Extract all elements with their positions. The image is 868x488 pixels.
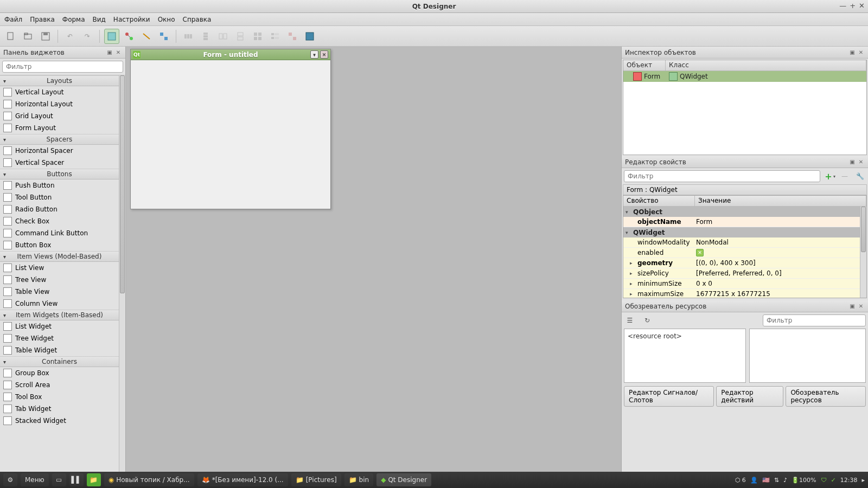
new-form-button[interactable] [3, 29, 18, 44]
configure-button[interactable]: 🔧 [854, 170, 866, 182]
object-row-form[interactable]: Form QWidget [623, 71, 866, 82]
add-dynamic-prop-button[interactable]: ＋▾ [824, 170, 835, 182]
mdi-area[interactable]: Qt Form - untitled ▾ ✕ [126, 47, 621, 472]
keyboard-layout[interactable]: 🇺🇸 [762, 477, 770, 484]
menu-window[interactable]: Окно [158, 16, 175, 23]
widget-item[interactable]: Horizontal Spacer [0, 145, 119, 157]
show-desktop-button[interactable]: ▭ [52, 473, 66, 486]
widget-item[interactable]: Push Button [0, 179, 119, 191]
terminal-launcher[interactable]: ▌▌ [69, 473, 84, 486]
property-row[interactable]: ▸sizePolicy[Preferred, Preferred, 0, 0] [623, 268, 860, 279]
widget-item[interactable]: Button Box [0, 239, 119, 251]
widget-item[interactable]: Horizontal Layout [0, 98, 119, 110]
category-header[interactable]: ▾Item Views (Model-Based) [0, 251, 119, 262]
checkbox-icon[interactable]: ✕ [696, 249, 704, 256]
update-icon[interactable]: ✓ [831, 477, 836, 484]
property-group[interactable]: ▾QObject [623, 207, 860, 217]
widget-item[interactable]: Form Layout [0, 122, 119, 134]
layout-horiz-split-button[interactable] [215, 29, 231, 44]
battery-icon[interactable]: 🔋100% [792, 477, 816, 484]
dock-float-button[interactable]: ▣ [848, 158, 856, 166]
menu-form[interactable]: Форма [62, 16, 85, 23]
category-header[interactable]: ▾Buttons [0, 169, 119, 179]
sound-icon[interactable]: ♪ [783, 477, 787, 484]
tab-resource-browser[interactable]: Обозреватель ресурсов [786, 386, 866, 407]
redo-button[interactable]: ↷ [80, 29, 95, 44]
widget-item[interactable]: Tool Button [0, 191, 119, 203]
taskbar-item-gimp[interactable]: 🦊*[Без имени]-12.0 (... [197, 473, 288, 486]
edit-signals-button[interactable] [122, 29, 137, 44]
taskbar-item-qtdesigner[interactable]: ◆Qt Designer [376, 473, 431, 486]
widget-box-filter[interactable] [2, 61, 123, 73]
tab-signal-editor[interactable]: Редактор Сигналов/Слотов [624, 386, 714, 407]
widget-item[interactable]: Column View [0, 298, 119, 310]
undo-button[interactable]: ↶ [62, 29, 78, 44]
widget-item[interactable]: Tool Box [0, 391, 119, 403]
widget-item[interactable]: Group Box [0, 367, 119, 379]
property-row[interactable]: enabled✕ [623, 248, 860, 258]
files-launcher[interactable]: 📁 [87, 473, 101, 486]
menu-settings[interactable]: Настройки [113, 16, 150, 23]
dock-float-button[interactable]: ▣ [848, 303, 856, 310]
mint-menu-button[interactable]: Меню [21, 473, 49, 486]
save-button[interactable] [38, 29, 53, 44]
menu-help[interactable]: Справка [183, 16, 212, 23]
clock[interactable]: 12:38 [840, 477, 858, 484]
menu-file[interactable]: Файл [4, 16, 22, 23]
widget-item[interactable]: Table Widget [0, 344, 119, 356]
layout-vertical-button[interactable] [198, 29, 213, 44]
property-row[interactable]: ▸maximumSize16777215 x 16777215 [623, 289, 860, 298]
remove-dynamic-prop-button[interactable]: — [839, 170, 851, 182]
shield-icon[interactable]: 🛡 [821, 477, 827, 484]
network-icon[interactable]: ⇅ [774, 477, 779, 484]
layout-horizontal-button[interactable] [181, 29, 196, 44]
property-group[interactable]: ▾QWidget [623, 227, 860, 237]
property-row[interactable]: ▸geometry[(0, 0), 400 x 300] [623, 258, 860, 268]
form-close-button[interactable]: ✕ [320, 50, 328, 59]
minimize-icon[interactable]: — [839, 2, 846, 10]
dock-float-button[interactable]: ▣ [106, 49, 113, 56]
widget-item[interactable]: Tree Widget [0, 332, 119, 344]
user-icon[interactable]: 👤 [750, 477, 758, 484]
dock-close-button[interactable]: ✕ [857, 49, 865, 56]
adjust-size-button[interactable] [302, 29, 317, 44]
layout-grid-button[interactable] [250, 29, 265, 44]
widget-item[interactable]: Command Link Button [0, 227, 119, 239]
menu-edit[interactable]: Правка [30, 16, 55, 23]
property-scrollbar[interactable] [860, 207, 866, 298]
widget-item[interactable]: Stacked Widget [0, 415, 119, 427]
dock-float-button[interactable]: ▣ [848, 49, 856, 56]
open-button[interactable] [21, 29, 36, 44]
widget-item[interactable]: List Widget [0, 320, 119, 332]
dock-close-button[interactable]: ✕ [114, 49, 122, 56]
category-header[interactable]: ▾Spacers [0, 134, 119, 145]
tab-action-editor[interactable]: Редактор действий [716, 386, 783, 407]
menu-view[interactable]: Вид [93, 16, 106, 23]
close-icon[interactable]: ✕ [859, 2, 865, 10]
resource-tree[interactable]: <resource root> [624, 329, 746, 383]
resource-filter[interactable] [763, 314, 866, 326]
layout-form-button[interactable] [267, 29, 283, 44]
form-canvas[interactable] [131, 60, 330, 209]
widget-item[interactable]: Tab Widget [0, 403, 119, 415]
property-row[interactable]: objectNameForm [623, 217, 860, 227]
widget-item[interactable]: Scroll Area [0, 379, 119, 391]
maximize-icon[interactable]: + [850, 2, 856, 10]
widget-item[interactable]: Vertical Spacer [0, 157, 119, 169]
edit-resources-button[interactable]: ☰ [624, 314, 636, 326]
reload-resources-button[interactable]: ↻ [641, 314, 653, 326]
mint-menu-icon[interactable]: ⚙ [3, 473, 17, 486]
widget-item[interactable]: Tree View [0, 274, 119, 286]
widget-item[interactable]: Vertical Layout [0, 86, 119, 98]
resource-preview[interactable] [749, 329, 866, 383]
widget-item[interactable]: Check Box [0, 215, 119, 227]
form-window[interactable]: Qt Form - untitled ▾ ✕ [130, 49, 331, 209]
category-header[interactable]: ▾Containers [0, 356, 119, 367]
form-minimize-button[interactable]: ▾ [310, 50, 318, 59]
edit-widgets-button[interactable] [104, 29, 119, 44]
category-header[interactable]: ▾Item Widgets (Item-Based) [0, 310, 119, 320]
widget-item[interactable]: List View [0, 262, 119, 274]
property-filter[interactable] [624, 170, 820, 182]
dock-close-button[interactable]: ✕ [857, 303, 865, 310]
taskbar-item-chrome[interactable]: ◉Новый топик / Хабр... [104, 473, 194, 486]
